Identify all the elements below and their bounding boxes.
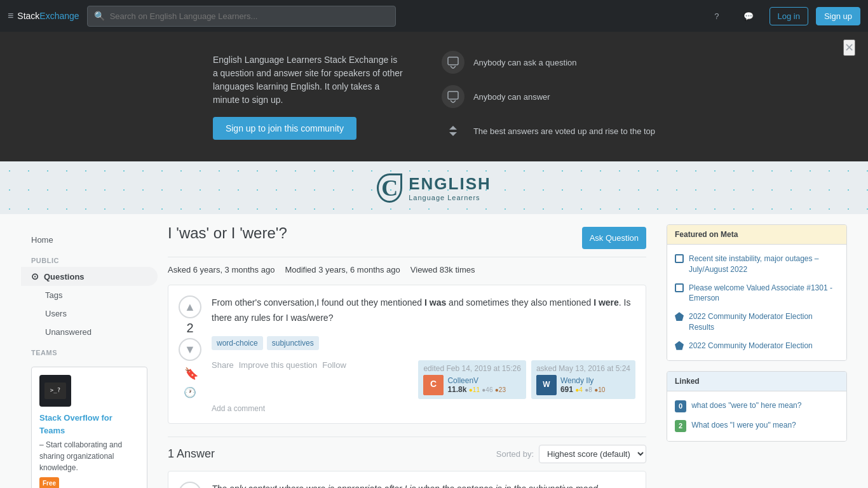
sidebar-item-users[interactable]: Users xyxy=(21,304,158,323)
site-name-main: ENGLISH xyxy=(409,174,491,194)
question-header: I 'was' or I 'were'? Ask Question xyxy=(168,224,646,257)
sidebar-item-unanswered[interactable]: Unanswered xyxy=(21,323,158,341)
answer-body: ▲ ▼ The only context where were is appro… xyxy=(179,482,635,488)
share-link[interactable]: Share xyxy=(212,360,234,370)
sidebar-section-public: PUBLIC xyxy=(21,249,158,267)
add-comment-link[interactable]: Add a comment xyxy=(212,404,635,413)
sidebar-item-home[interactable]: Home xyxy=(21,231,158,249)
downvote-button[interactable]: ▼ xyxy=(179,338,201,361)
meta-item-1[interactable]: Recent site instability, major outages –… xyxy=(667,250,846,279)
site-header: C ENGLISH Language Learners xyxy=(0,161,868,214)
ask-question-button[interactable]: Ask Question xyxy=(582,227,646,249)
svg-rect-0 xyxy=(448,57,458,65)
linked-count-2: 2 xyxy=(675,420,686,432)
linked-body: 0 what does "were to" here mean? 2 What … xyxy=(667,391,846,442)
bookmark-button[interactable]: 🔖 xyxy=(184,366,196,381)
top-navigation: ≡ StackExchange 🔍 ? 💬 Log in Sign up xyxy=(0,0,868,32)
svg-rect-1 xyxy=(448,92,458,99)
editor-name[interactable]: ColleenV xyxy=(447,376,506,385)
asked-label: Asked 6 years, 3 months ago xyxy=(168,265,275,274)
improve-link[interactable]: Improve this question xyxy=(239,360,318,370)
tag-word-choice[interactable]: word-choice xyxy=(212,336,263,350)
asker-badge-silver: ●8 xyxy=(585,386,592,393)
editor-badge-silver: ●46 xyxy=(482,386,492,393)
sidebar-item-questions[interactable]: ⊙ Questions xyxy=(21,267,158,286)
linked-item-2[interactable]: 2 What does "I were you" mean? xyxy=(667,416,846,436)
answer-post: ▲ ▼ The only context where were is appro… xyxy=(168,471,646,488)
teams-box: >_? Stack Overflow for Teams – Start col… xyxy=(31,367,147,488)
meta-item-2[interactable]: Please welcome Valued Associate #1301 - … xyxy=(667,279,846,308)
moderator-icon-2 xyxy=(675,341,684,350)
editor-card: edited Feb 14, 2019 at 15:26 C ColleenV xyxy=(418,360,526,399)
follow-link[interactable]: Follow xyxy=(322,360,346,370)
meta-item-4[interactable]: 2022 Community Moderator Election xyxy=(667,337,846,355)
featured-meta-header: Featured on Meta xyxy=(667,225,846,245)
vote-column: ▲ 2 ▼ 🔖 🕐 xyxy=(179,295,201,413)
answer-content: The only context where were is appropria… xyxy=(212,482,635,488)
search-input[interactable] xyxy=(110,11,389,21)
answers-count: 1 Answer xyxy=(168,447,215,461)
answer-icon xyxy=(442,85,465,108)
main-container: Home PUBLIC ⊙ Questions Tags Users Unans… xyxy=(21,214,847,488)
login-button[interactable]: Log in xyxy=(770,7,808,25)
vote-count: 2 xyxy=(186,321,193,336)
question-meta: Asked 6 years, 3 months ago Modified 3 y… xyxy=(168,265,646,274)
meta-icon-1 xyxy=(675,254,684,263)
ask-icon xyxy=(442,51,465,74)
meta-icon-2 xyxy=(675,283,684,292)
vote-icon xyxy=(442,119,465,142)
linked-count-1: 0 xyxy=(675,400,686,412)
asker-action-label: asked May 13, 2016 at 5:24 xyxy=(536,364,630,373)
help-button[interactable]: ? xyxy=(706,7,727,25)
so-teams-icon: >_? xyxy=(39,375,71,407)
answer-upvote-button[interactable]: ▲ xyxy=(179,482,201,488)
featured-meta-widget: Featured on Meta Recent site instability… xyxy=(667,224,847,361)
site-name-sub: Language Learners xyxy=(409,194,491,201)
questions-icon: ⊙ xyxy=(31,271,39,281)
tag-subjunctives[interactable]: subjunctives xyxy=(267,336,319,350)
tags-container: word-choice subjunctives xyxy=(212,336,635,350)
question-post: ▲ 2 ▼ 🔖 🕐 From other's conversation,I fo… xyxy=(168,285,646,424)
site-brand[interactable]: C ENGLISH Language Learners xyxy=(377,174,491,201)
asker-avatar: W xyxy=(536,375,557,395)
featured-meta-body: Recent site instability, major outages –… xyxy=(667,245,846,360)
signup-button[interactable]: Sign up xyxy=(816,7,860,25)
linked-item-1[interactable]: 0 what does "were to" here mean? xyxy=(667,396,846,416)
linked-widget: Linked 0 what does "were to" here mean? … xyxy=(667,371,847,442)
user-cards: edited Feb 14, 2019 at 15:26 C ColleenV xyxy=(418,360,635,399)
sidebar-section-teams: TEAMS xyxy=(21,341,158,359)
post-text: From other's conversation,I found out th… xyxy=(212,295,635,326)
left-sidebar: Home PUBLIC ⊙ Questions Tags Users Unans… xyxy=(21,224,158,488)
banner-feature-answer: Anybody can answer xyxy=(442,85,655,108)
editor-avatar: C xyxy=(423,375,444,395)
banner-feature-ask: Anybody can ask a question xyxy=(442,51,655,74)
right-sidebar: Featured on Meta Recent site instability… xyxy=(656,224,847,488)
question-body: ▲ 2 ▼ 🔖 🕐 From other's conversation,I fo… xyxy=(179,295,635,413)
chat-button[interactable]: 💬 xyxy=(735,7,762,25)
banner-signup-button[interactable]: Sign up to join this community xyxy=(213,117,356,140)
sort-select[interactable]: Highest score (default) xyxy=(539,445,646,463)
answer-vote-column: ▲ ▼ xyxy=(179,482,201,488)
viewed-label: Viewed 83k times xyxy=(410,265,475,274)
community-banner: ✕ English Language Learners Stack Exchan… xyxy=(0,32,868,161)
answers-header: 1 Answer Sorted by: Highest score (defau… xyxy=(168,437,646,463)
editor-action-label: edited Feb 14, 2019 at 15:26 xyxy=(423,364,520,373)
svg-text:W: W xyxy=(543,380,550,389)
meta-item-3[interactable]: 2022 Community Moderator Election Result… xyxy=(667,308,846,337)
asker-badge-bronze: ●10 xyxy=(594,386,605,393)
banner-close-button[interactable]: ✕ xyxy=(843,39,855,56)
search-bar[interactable]: 🔍 xyxy=(87,6,396,27)
site-logo[interactable]: ≡ StackExchange xyxy=(8,10,79,22)
banner-features: Anybody can ask a question Anybody can a… xyxy=(442,51,655,142)
post-content: From other's conversation,I found out th… xyxy=(212,295,635,413)
sidebar-item-tags[interactable]: Tags xyxy=(21,286,158,304)
history-button[interactable]: 🕐 xyxy=(184,386,196,398)
asker-name[interactable]: Wendy Ily xyxy=(560,376,605,385)
linked-header: Linked xyxy=(667,372,846,391)
chat-icon: 💬 xyxy=(743,11,754,21)
editor-badge-gold: ●11 xyxy=(469,386,480,393)
asker-badge-gold: ●4 xyxy=(575,386,583,393)
upvote-button[interactable]: ▲ xyxy=(179,295,201,318)
asker-card: asked May 13, 2016 at 5:24 W Wendy Ily xyxy=(531,360,635,399)
banner-feature-vote: The best answers are voted up and rise t… xyxy=(442,119,655,142)
